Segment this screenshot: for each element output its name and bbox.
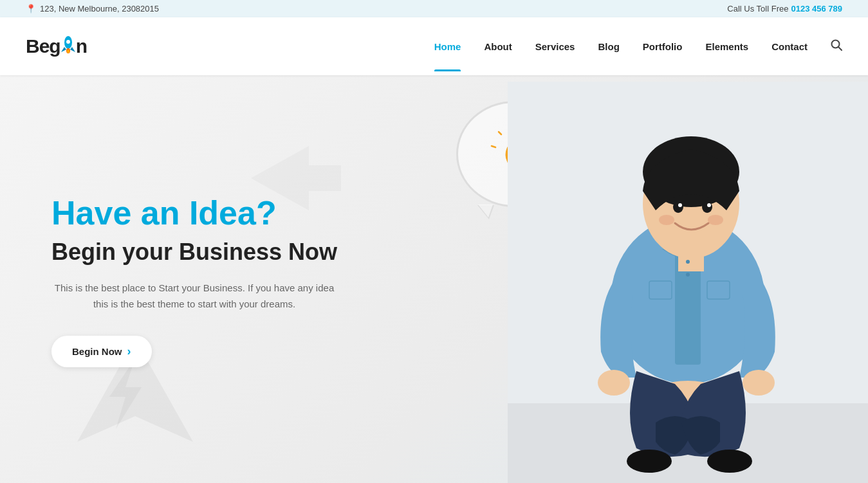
begin-now-button[interactable]: Begin Now › [51, 336, 152, 367]
topbar: 📍 123, New Melbourne, 23082015 Call Us T… [0, 0, 868, 17]
nav-item-services[interactable]: Services [535, 22, 575, 71]
nav-item-about[interactable]: About [484, 22, 512, 71]
hero-content: Have an Idea? Begin your Business Now Th… [0, 195, 337, 367]
hero-section: Have an Idea? Begin your Business Now Th… [0, 75, 868, 483]
main-nav: Home About Services Blog Portfolio Eleme… [434, 22, 842, 71]
svg-point-5 [67, 50, 69, 53]
svg-point-33 [598, 370, 630, 396]
nav-item-home[interactable]: Home [434, 22, 461, 71]
svg-marker-2 [70, 47, 75, 52]
hero-subheadline: Begin your Business Now [51, 239, 337, 266]
hero-headline: Have an Idea? [51, 195, 337, 232]
logo-text-end: n [76, 35, 87, 57]
arrow-icon: › [127, 345, 131, 358]
svg-point-29 [707, 203, 711, 207]
svg-point-28 [678, 203, 682, 207]
logo[interactable]: Beg n [26, 34, 87, 59]
svg-point-36 [627, 450, 672, 473]
search-icon[interactable] [831, 39, 842, 53]
svg-marker-1 [61, 47, 66, 52]
svg-rect-32 [678, 252, 704, 271]
svg-point-27 [702, 201, 712, 213]
svg-point-41 [686, 273, 690, 277]
svg-point-37 [707, 450, 752, 473]
nav-item-elements[interactable]: Elements [705, 22, 748, 71]
logo-rocket-icon [61, 34, 75, 59]
topbar-phone-section: Call Us Toll Free 0123 456 789 [727, 4, 842, 14]
topbar-address-section: 📍 123, New Melbourne, 23082015 [26, 4, 159, 14]
header: Beg n Home About Services Blog Portfolio… [0, 17, 868, 75]
call-label: Call Us Toll Free [727, 4, 788, 14]
person-figure [482, 75, 868, 483]
hero-description: This is the best place to Start your Bus… [51, 280, 337, 313]
svg-line-7 [838, 47, 842, 50]
nav-item-blog[interactable]: Blog [598, 22, 619, 71]
logo-text-begin: Beg [26, 35, 60, 57]
svg-point-34 [743, 370, 775, 396]
address-text: 123, New Melbourne, 23082015 [40, 4, 159, 14]
svg-point-3 [66, 40, 70, 44]
svg-point-40 [686, 260, 690, 264]
svg-point-30 [659, 215, 674, 225]
nav-item-portfolio[interactable]: Portfolio [643, 22, 683, 71]
svg-point-26 [673, 201, 683, 213]
nav-item-contact[interactable]: Contact [771, 22, 808, 71]
hero-right-section [418, 75, 868, 483]
location-icon: 📍 [26, 4, 36, 14]
phone-number[interactable]: 0123 456 789 [791, 4, 842, 14]
svg-point-31 [708, 215, 723, 225]
